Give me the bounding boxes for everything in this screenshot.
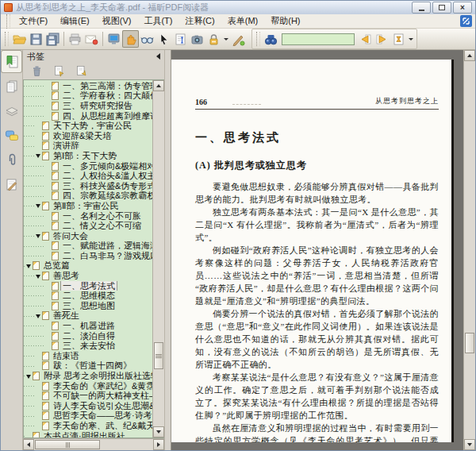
minimize-button[interactable] xyxy=(412,2,431,13)
expander-icon[interactable] xyxy=(35,272,42,280)
bookmark-item[interactable]: 二、思维模态 xyxy=(24,291,152,301)
scroll-left-button[interactable] xyxy=(23,439,34,450)
bookmark-item[interactable]: 三、科技兴盛&伪专形式 xyxy=(24,181,152,191)
signature-pen-icon[interactable] xyxy=(230,30,247,48)
zoom-glasses-icon[interactable] xyxy=(139,30,155,48)
open-file-icon[interactable] xyxy=(11,30,28,48)
expand-current-bookmark-icon[interactable] xyxy=(52,64,66,79)
menu-item[interactable]: 表单(M) xyxy=(221,15,265,26)
print-icon[interactable] xyxy=(67,30,83,48)
expander-icon[interactable] xyxy=(35,312,42,320)
bookmark-item[interactable]: 不可缺一的两大精神支柱— xyxy=(24,391,152,401)
previous-view-icon[interactable] xyxy=(357,30,374,48)
bookmark-item[interactable]: 善思考 xyxy=(24,271,152,281)
scrollbar-thumb[interactable] xyxy=(465,333,474,353)
bookmark-item[interactable]: 一、第三高潮：伪专管理 xyxy=(24,81,152,91)
bookmark-item[interactable]: 三、思想地图 xyxy=(24,301,152,311)
bookmark-item[interactable]: 一、赋能进路，逻辑海滩 xyxy=(24,241,152,252)
panel-splitter[interactable] xyxy=(164,50,171,450)
hand-tool-icon[interactable] xyxy=(122,30,139,48)
menu-item[interactable]: 视图(V) xyxy=(96,15,138,26)
bookmark-item[interactable]: 欢迎辞&梁天培 xyxy=(24,131,152,141)
email-icon[interactable] xyxy=(83,30,100,48)
signatures-panel-icon[interactable] xyxy=(2,174,21,195)
bookmark-item[interactable]: 答问大会 xyxy=(24,231,152,241)
close-button[interactable]: × xyxy=(453,2,472,13)
menu-item[interactable]: 工具(T) xyxy=(137,15,178,26)
bookmark-item[interactable]: 结束语 xyxy=(24,351,152,361)
menu-item[interactable]: 编辑(E) xyxy=(54,15,96,26)
attachments-panel-icon[interactable] xyxy=(2,149,21,171)
menu-item[interactable]: 帮助(H) xyxy=(264,15,306,26)
menu-item[interactable]: 注释(C) xyxy=(178,15,221,26)
bookmark-item[interactable]: 四、从思想超离到维摩诘 xyxy=(24,111,152,121)
scroll-up-button[interactable] xyxy=(153,80,164,91)
bookmark-item[interactable]: 一、机器进路 xyxy=(24,321,152,331)
bookmark-item[interactable]: 李天命的《寒武纪》&黄霑 xyxy=(24,381,152,391)
bookmark-item[interactable]: 二、白马非马？游戏规则 xyxy=(24,251,152,261)
layers-panel-icon[interactable] xyxy=(2,100,21,121)
encrypt-aes-icon[interactable] xyxy=(205,30,222,48)
toggle-toolbars-icon[interactable] xyxy=(460,15,472,27)
expander-icon[interactable] xyxy=(25,262,33,270)
scroll-right-button[interactable] xyxy=(153,439,164,450)
collapse-panel-icon[interactable] xyxy=(156,53,160,60)
bookmark-item[interactable]: 天下大势，宇宙公民 xyxy=(24,121,152,131)
bookmark-item[interactable]: 二、淡泊自得 xyxy=(24,331,152,341)
restore-button[interactable] xyxy=(432,2,451,13)
search-binoculars-icon[interactable] xyxy=(263,30,279,48)
search-input[interactable] xyxy=(282,33,355,45)
bookmark-item[interactable]: 一、名利之心不可胀 xyxy=(24,211,152,222)
document-vertical-scrollbar[interactable] xyxy=(463,50,475,450)
menu-item[interactable]: 文件(F) xyxy=(13,15,54,26)
pages-panel-icon[interactable] xyxy=(2,75,21,97)
bookmark-item[interactable]: 一、思考法式 xyxy=(24,281,152,291)
bookmark-item[interactable]: 李天命的寒、武、纪&戴天 xyxy=(24,421,152,431)
next-view-icon[interactable] xyxy=(374,30,390,48)
bookmark-indent xyxy=(24,331,44,341)
bookmark-item[interactable]: 三、研究研究报告 xyxy=(24,101,152,111)
scroll-down-button[interactable] xyxy=(464,439,475,450)
comments-panel-icon[interactable] xyxy=(2,125,21,146)
scroll-up-button[interactable] xyxy=(464,50,475,61)
snapshot-icon[interactable] xyxy=(189,30,205,48)
expander-icon[interactable] xyxy=(25,372,33,380)
bookmark-item[interactable]: 演讲辞 xyxy=(24,141,152,152)
bookmark-item[interactable]: 二、情义之心不可缩 xyxy=(24,221,152,231)
delete-bookmark-icon[interactable] xyxy=(29,64,44,79)
save-icon[interactable] xyxy=(28,30,44,48)
bookmark-item[interactable]: 总览篇 xyxy=(24,261,152,272)
bookmark-label: 一、多元倾向&极端相对主义 xyxy=(61,161,152,172)
encrypt-dropdown-caret[interactable] xyxy=(224,38,228,40)
bookmark-item[interactable]: 跋：《哲道十四阕》 xyxy=(24,361,152,372)
bookmark-item[interactable]: 四、宗教延续&宗教霸权 xyxy=(24,191,152,202)
text-viewer-dropdown-caret[interactable] xyxy=(409,38,413,40)
bookmark-item[interactable]: 附录 思考之余明报出版社选辑 xyxy=(24,371,152,381)
bookmark-item[interactable]: 三、来去安怡 xyxy=(24,341,152,351)
scrollbar-thumb[interactable] xyxy=(154,342,163,369)
bookmark-label: 答问大会 xyxy=(52,231,90,241)
select-tool-icon[interactable] xyxy=(155,30,172,48)
bookmarks-panel-icon[interactable] xyxy=(2,51,21,72)
bookmark-item[interactable]: 二、人权抬头&滥人权主义 xyxy=(24,171,152,181)
bookmarks-horizontal-scrollbar[interactable] xyxy=(23,438,164,450)
scrollbar-thumb[interactable] xyxy=(35,440,100,449)
bookmark-item[interactable]: 本书点滴·明报出版社 xyxy=(24,431,152,438)
bookmark-item[interactable]: 诗人李天命说引众生思潮& xyxy=(24,401,152,411)
expander-icon[interactable] xyxy=(35,232,42,240)
select-text-icon[interactable] xyxy=(172,30,189,48)
bookmark-item[interactable]: 第Ⅱ部：宇宙公民 xyxy=(24,201,152,211)
bookmarks-vertical-scrollbar[interactable] xyxy=(152,80,164,438)
bookmark-item[interactable]: 二、学府春秋：四大颠倒 xyxy=(24,91,152,102)
save-all-icon[interactable] xyxy=(44,30,61,48)
expander-icon[interactable] xyxy=(35,152,42,160)
expander-icon[interactable] xyxy=(35,202,42,210)
bookmark-item[interactable]: 一、多元倾向&极端相对主义 xyxy=(24,161,152,172)
scroll-down-button[interactable] xyxy=(153,426,164,438)
bookmark-item[interactable]: 善死生 xyxy=(24,311,152,322)
bookmark-item[interactable]: 第Ⅰ部：天下大势 xyxy=(24,151,152,161)
collapse-all-bookmarks-icon[interactable] xyxy=(74,64,88,79)
full-screen-icon[interactable] xyxy=(106,30,122,48)
text-viewer-icon[interactable] xyxy=(390,30,407,48)
bookmark-item[interactable]: 思哲李天命——思考·诗考·戏 xyxy=(24,411,152,422)
